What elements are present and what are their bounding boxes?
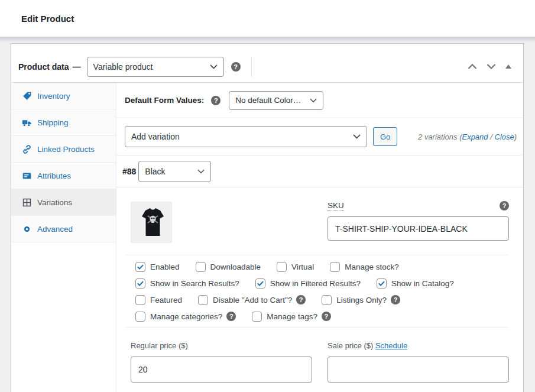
checkbox-label: Show in Catalog? [391,279,454,288]
sidebar-item-linked-products[interactable]: Linked Products [11,136,116,163]
unchecked-checkbox-icon[interactable] [135,312,145,322]
checkbox-manage-stock[interactable]: Manage stock? [330,262,399,272]
chevron-down-icon [197,169,205,174]
sidebar-item-attributes[interactable]: Attributes [11,163,116,189]
sidebar-item-variations[interactable]: Variations [11,189,116,216]
checked-checkbox-icon[interactable] [135,262,145,272]
unchecked-checkbox-icon[interactable] [322,295,332,305]
sidebar-item-inventory[interactable]: Inventory [11,83,116,109]
checkbox-label: Manage tags? [267,312,317,321]
variation-thumbnail[interactable] [131,202,172,243]
product-type-help-icon[interactable]: ? [231,62,241,72]
sku-help-icon[interactable]: ? [500,201,509,210]
checkbox-label: Manage stock? [345,263,399,271]
checkbox-label: Featured [150,296,182,304]
variation-actions-select[interactable]: Add variation [125,126,367,147]
checkbox-label: Enabled [150,263,180,271]
product-type-select[interactable]: Variable product [87,57,224,77]
sku-input[interactable] [328,216,509,241]
variation-header[interactable]: #88 Black [116,155,523,187]
help-icon[interactable]: ? [322,312,331,321]
checkbox-enabled[interactable]: Enabled [135,262,180,272]
variation-attribute-select[interactable]: Black [138,161,211,182]
sidebar-item-label: Attributes [37,171,71,180]
sidebar-item-advanced[interactable]: Advanced [11,216,116,242]
sku-label: SKU [328,201,344,211]
checkbox-show-in-catalog[interactable]: Show in Catalog? [377,278,454,289]
attributes-card-icon [22,171,32,181]
checked-checkbox-icon[interactable] [255,278,265,289]
checkbox-label: Show in Search Results? [150,279,239,288]
checkbox-show-in-search-results[interactable]: Show in Search Results? [135,278,239,289]
variations-summary: 2 variations (Expand / Close) [418,132,517,141]
sale-price-label: Sale price ($) Schedule [328,341,407,350]
tshirt-image [131,202,172,243]
help-icon[interactable]: ? [296,295,306,304]
default-form-values-help-icon[interactable]: ? [211,96,221,105]
checkbox-label: Listings Only? [336,296,387,304]
checkbox-featured[interactable]: Featured [135,295,182,305]
summary-prefix: 2 variations ( [418,132,462,141]
close-link[interactable]: Close [494,132,514,141]
variation-actions-value: Add variation [131,132,180,141]
variations-toolbar: Add variation Go 2 variations (Expand / … [116,118,523,155]
collapse-toggle-icon[interactable] [505,64,511,69]
unchecked-checkbox-icon[interactable] [330,262,340,272]
unchecked-checkbox-icon[interactable] [198,295,208,305]
checkbox-row: FeaturedDisable "Add to Cart"??Listings … [135,291,509,308]
title-dash: — [73,62,81,72]
checkbox-manage-categories[interactable]: Manage categories?? [135,312,236,322]
checkbox-downloadable[interactable]: Downloadable [196,262,261,272]
go-button[interactable]: Go [373,127,397,146]
expand-link[interactable]: Expand [462,132,488,141]
checkbox-virtual[interactable]: Virtual [277,262,314,272]
regular-price-input[interactable] [131,357,312,383]
checked-checkbox-icon[interactable] [377,278,387,289]
sidebar-item-label: Advanced [37,225,73,234]
summary-suffix: ) [514,132,517,141]
checkbox-row: Show in Search Results?Show in Filtered … [135,275,509,291]
sidebar-item-shipping[interactable]: Shipping [11,109,116,136]
unchecked-checkbox-icon[interactable] [135,295,145,305]
check-icon [378,280,385,287]
admin-header-bar [0,0,535,37]
default-form-values-label: Default Form Values: [125,96,204,105]
tag-icon [22,91,32,101]
summary-separator: / [488,132,495,141]
help-icon[interactable]: ? [226,312,236,321]
product-data-panel: Product data — Variable product ? Invent… [11,43,524,392]
product-data-tabs: Inventory Shipping Linked Products Attri… [11,83,116,392]
move-up-icon[interactable] [468,64,477,69]
header-shadow [0,37,535,43]
move-down-icon[interactable] [487,64,496,69]
checkbox-label: Downloadable [210,263,261,271]
checkbox-disable-add-to-cart[interactable]: Disable "Add to Cart"?? [198,295,306,305]
sale-price-input[interactable] [328,357,509,383]
default-form-values-row: Default Form Values: ? No default Color… [116,83,523,118]
schedule-link[interactable]: Schedule [375,341,407,350]
variation-number: #88 [122,167,136,176]
chevron-down-icon [310,98,317,103]
unchecked-checkbox-icon[interactable] [277,262,287,272]
product-type-value: Variable product [93,62,153,72]
chevron-down-icon [353,134,361,139]
link-icon [22,144,32,154]
checkbox-row: Manage categories??Manage tags?? [135,308,509,325]
truck-icon [22,118,32,128]
unchecked-checkbox-icon[interactable] [252,312,262,322]
variation-attribute-value: Black [145,167,165,176]
unchecked-checkbox-icon[interactable] [196,262,206,272]
check-icon [257,280,264,287]
checked-checkbox-icon[interactable] [135,278,145,289]
sidebar-item-label: Linked Products [37,145,95,154]
sku-field-group: SKU ? [328,201,509,241]
checkbox-show-in-filtered-results[interactable]: Show in Filtered Results? [255,278,361,289]
default-color-select[interactable]: No default Color… [229,91,323,110]
checkbox-manage-tags[interactable]: Manage tags?? [252,312,331,322]
page-title: Edit Product [21,14,74,24]
help-icon[interactable]: ? [391,295,400,304]
checkbox-listings-only[interactable]: Listings Only?? [322,295,400,305]
grid-icon [22,197,32,208]
header-divider [251,57,252,77]
variation-options: EnabledDownloadableVirtualManage stock?S… [125,255,509,325]
